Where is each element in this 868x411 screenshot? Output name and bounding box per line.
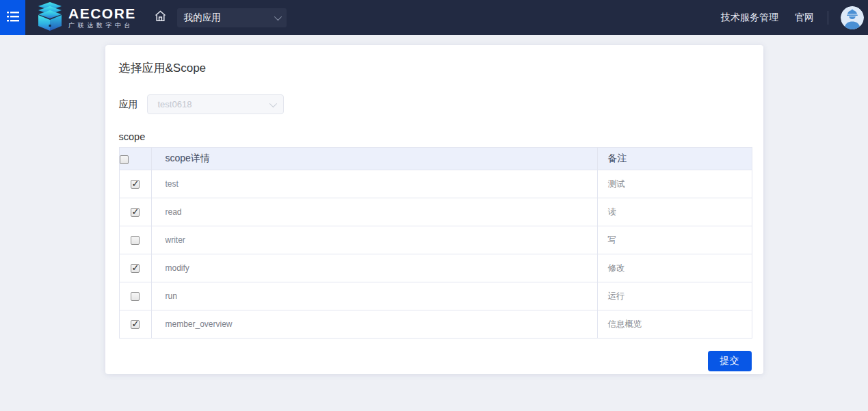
nav-divider: [828, 11, 828, 25]
select-all-checkbox[interactable]: [120, 155, 129, 164]
table-row: read读: [119, 198, 752, 226]
row-checkbox[interactable]: [131, 208, 140, 217]
chevron-down-icon: [274, 12, 282, 20]
remark-cell: 信息概览: [597, 310, 752, 339]
scope-cell: writer: [151, 226, 597, 254]
home-button[interactable]: [154, 10, 167, 25]
brand-subtitle: 广联达数字中台: [68, 23, 136, 29]
top-nav: AECORE 广联达数字中台 我的应用 技术服务管理 官网: [0, 0, 868, 35]
scope-cell: run: [151, 282, 597, 310]
remark-cell: 运行: [597, 282, 752, 310]
home-icon: [154, 10, 167, 25]
remark-cell: 读: [597, 198, 752, 226]
chevron-down-icon: [269, 99, 276, 107]
scope-cell: modify: [151, 254, 597, 282]
menu-button[interactable]: [0, 0, 25, 35]
scope-cell: test: [151, 170, 597, 198]
app-switcher-value: 我的应用: [184, 12, 274, 24]
table-row: test测试: [119, 170, 752, 198]
row-checkbox[interactable]: [131, 292, 140, 301]
row-checkbox[interactable]: [131, 320, 140, 329]
nav-link-tech-service[interactable]: 技术服务管理: [721, 12, 778, 24]
user-avatar[interactable]: [841, 6, 864, 29]
page-body: 选择应用&Scope 应用 test0618 scope scope详情 备注 …: [0, 45, 868, 374]
table-row: writer写: [119, 226, 752, 254]
column-header-scope: scope详情: [151, 148, 597, 170]
table-row: run运行: [119, 282, 752, 310]
select-app-scope-card: 选择应用&Scope 应用 test0618 scope scope详情 备注 …: [105, 45, 763, 374]
app-select-value: test0618: [158, 99, 269, 109]
nav-link-official-site[interactable]: 官网: [795, 12, 814, 24]
row-checkbox[interactable]: [131, 180, 140, 189]
table-header-row: scope详情 备注: [119, 148, 752, 170]
table-row: member_overview信息概览: [119, 310, 752, 339]
row-checkbox[interactable]: [131, 236, 140, 245]
app-switcher-select[interactable]: 我的应用: [177, 8, 287, 27]
logo-mark-icon: [37, 2, 63, 34]
scope-table: scope详情 备注 test测试read读writer写modify修改run…: [119, 147, 752, 339]
app-field-label: 应用: [119, 98, 138, 111]
submit-button[interactable]: 提交: [708, 351, 752, 371]
remark-cell: 写: [597, 226, 752, 254]
table-row: modify修改: [119, 254, 752, 282]
column-header-remark: 备注: [597, 148, 752, 170]
submit-row: 提交: [119, 351, 752, 371]
scope-cell: read: [151, 198, 597, 226]
scope-cell: member_overview: [151, 310, 597, 339]
brand-name: AECORE: [68, 6, 136, 21]
row-checkbox[interactable]: [131, 264, 140, 273]
app-select[interactable]: test0618: [147, 94, 284, 114]
menu-list-icon: [5, 9, 21, 27]
remark-cell: 修改: [597, 254, 752, 282]
app-field-row: 应用 test0618: [119, 94, 763, 114]
brand-logo[interactable]: AECORE 广联达数字中台: [37, 2, 136, 34]
page-title: 选择应用&Scope: [105, 45, 763, 76]
scope-section-label: scope: [119, 131, 763, 142]
remark-cell: 测试: [597, 170, 752, 198]
